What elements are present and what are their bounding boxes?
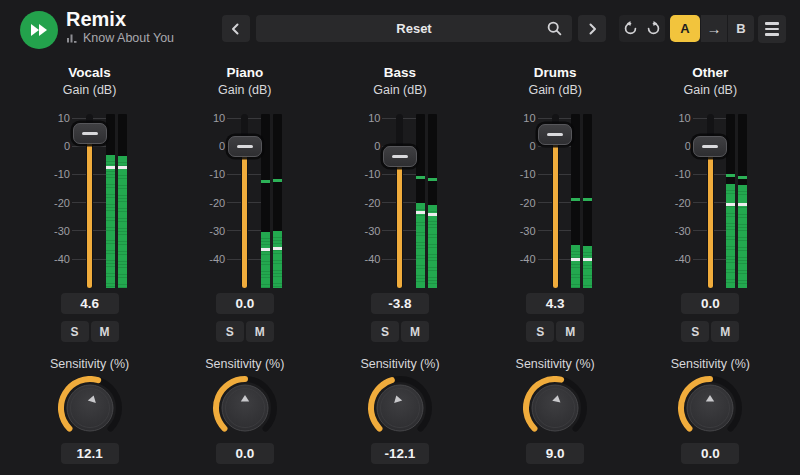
mute-button[interactable]: M <box>246 321 274 342</box>
prev-preset-button[interactable] <box>222 15 250 42</box>
gain-value[interactable]: 0.0 <box>216 293 274 314</box>
gain-fader-handle[interactable] <box>228 136 262 157</box>
meter-fill <box>273 231 282 288</box>
solo-button[interactable]: S <box>371 321 399 342</box>
ab-slot-a-button[interactable]: A <box>670 15 700 42</box>
sensitivity-knob[interactable] <box>520 376 590 440</box>
knob-body <box>377 385 423 431</box>
sensitivity-knob[interactable] <box>210 376 280 440</box>
meter-peak-hold <box>571 198 580 201</box>
mute-button[interactable]: M <box>556 321 584 342</box>
gain-label: Gain (dB) <box>63 83 117 98</box>
gain-fader-handle[interactable] <box>538 124 572 145</box>
meter-peak-hold <box>726 174 735 177</box>
meter-fill <box>261 232 270 288</box>
preset-search-button[interactable] <box>546 20 563 41</box>
solo-mute-group: S M <box>371 321 429 342</box>
gain-label: Gain (dB) <box>218 83 272 98</box>
sensitivity-label: Sensitivity (%) <box>360 357 439 372</box>
meter-fill <box>583 246 592 288</box>
scale-tick-label: -20 <box>338 196 380 210</box>
meter-fill <box>571 245 580 288</box>
sensitivity-knob[interactable] <box>55 376 125 440</box>
next-preset-button[interactable] <box>578 15 606 42</box>
scale-tick-label: -30 <box>494 224 536 238</box>
solo-button[interactable]: S <box>216 321 244 342</box>
title-block: Remix Know About You <box>66 8 174 45</box>
level-meter-left <box>261 114 270 288</box>
meter-peak-hold <box>273 179 282 182</box>
solo-button[interactable]: S <box>61 321 89 342</box>
redo-button[interactable] <box>642 15 664 42</box>
chevron-right-icon <box>583 20 601 38</box>
meter-rms-mark <box>583 258 592 261</box>
app-logo <box>20 11 58 49</box>
solo-button[interactable]: S <box>526 321 554 342</box>
channel-strip: Other Gain (dB) 100-10-20-30-40 0.0 S M <box>633 60 788 464</box>
waveform-bars-icon <box>66 32 78 44</box>
gain-fader-handle[interactable] <box>383 146 417 167</box>
scale-tick-label: 0 <box>28 139 70 153</box>
ab-compare-group: A → B <box>670 15 754 42</box>
sensitivity-knob[interactable] <box>365 376 435 440</box>
meter-peak-hold <box>261 180 270 183</box>
gain-value[interactable]: -3.8 <box>371 293 429 314</box>
meter-fill <box>416 203 425 288</box>
sensitivity-label: Sensitivity (%) <box>205 357 284 372</box>
meter-rms-mark <box>738 203 747 206</box>
ab-slot-b-button[interactable]: B <box>728 15 754 42</box>
meter-rms-mark <box>118 166 127 169</box>
scale-tick-label: 10 <box>649 111 691 125</box>
fader-fill <box>397 157 402 288</box>
sensitivity-value[interactable]: 12.1 <box>61 443 119 464</box>
gain-fader-area: 100-10-20-30-40 <box>478 111 633 288</box>
channel-name: Bass <box>384 65 416 81</box>
meter-fill <box>726 184 735 288</box>
menu-button[interactable] <box>758 15 786 43</box>
gain-fader-area: 100-10-20-30-40 <box>633 111 788 288</box>
sensitivity-knob[interactable] <box>675 376 745 440</box>
scale-tick-label: -20 <box>494 196 536 210</box>
scale-tick-label: -30 <box>28 224 70 238</box>
scale-tick-label: -10 <box>649 167 691 181</box>
sensitivity-value[interactable]: 9.0 <box>526 443 584 464</box>
mute-button[interactable]: M <box>401 321 429 342</box>
mute-button[interactable]: M <box>91 321 119 342</box>
knob-body <box>687 385 733 431</box>
meter-rms-mark <box>106 166 115 169</box>
solo-mute-group: S M <box>681 321 739 342</box>
search-icon <box>546 20 563 37</box>
level-meter-right <box>118 114 127 288</box>
sensitivity-value[interactable]: 0.0 <box>681 443 739 464</box>
channel-strip: Piano Gain (dB) 100-10-20-30-40 0.0 S M <box>167 60 322 464</box>
mute-button[interactable]: M <box>711 321 739 342</box>
fader-fill <box>242 146 247 288</box>
solo-button[interactable]: S <box>681 321 709 342</box>
ab-copy-button[interactable]: → <box>701 15 727 42</box>
meter-fill <box>428 205 437 288</box>
level-meter-right <box>273 114 282 288</box>
scale-tick-label: -30 <box>183 224 225 238</box>
channel-name: Piano <box>226 65 263 81</box>
preset-name: Reset <box>396 21 431 36</box>
level-meter-left <box>416 114 425 288</box>
undo-button[interactable] <box>620 15 642 42</box>
channel-name: Vocals <box>68 65 111 81</box>
scale-tick-label: -10 <box>338 167 380 181</box>
gain-value[interactable]: 0.0 <box>681 293 739 314</box>
gain-value[interactable]: 4.3 <box>526 293 584 314</box>
sensitivity-value[interactable]: -12.1 <box>371 443 429 464</box>
channel-name: Other <box>692 65 728 81</box>
level-meter-left <box>571 114 580 288</box>
preset-selector[interactable]: Reset <box>256 15 572 42</box>
level-meter-right <box>583 114 592 288</box>
fader-fill <box>87 133 92 288</box>
sensitivity-value[interactable]: 0.0 <box>216 443 274 464</box>
channel-strips: Vocals Gain (dB) 100-10-20-30-40 4.6 S M <box>12 60 788 464</box>
gain-fader-handle[interactable] <box>693 136 727 157</box>
scale-tick-label: 10 <box>183 111 225 125</box>
gain-value[interactable]: 4.6 <box>61 293 119 314</box>
meter-rms-mark <box>726 203 735 206</box>
gain-fader-area: 100-10-20-30-40 <box>12 111 167 288</box>
gain-fader-handle[interactable] <box>73 123 107 144</box>
